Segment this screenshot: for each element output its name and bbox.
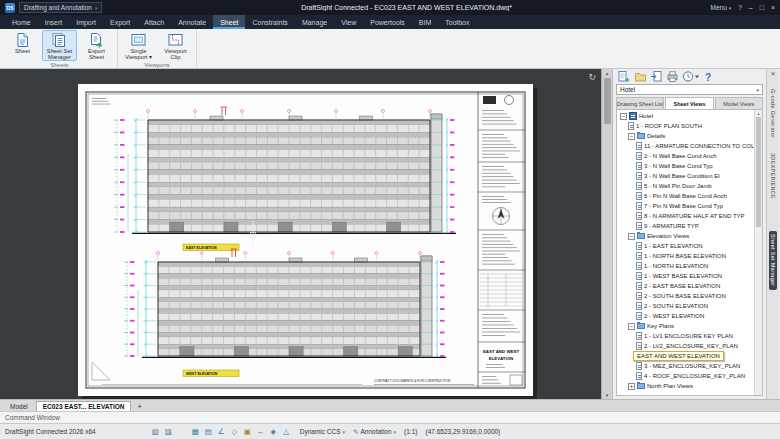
ccs-select[interactable]: Dynamic CCS▾ <box>300 428 345 435</box>
drawing-canvas[interactable]: EAST ELEVATIONWEST ELEVATIONEAST AND WES… <box>0 69 612 399</box>
grid-toggle[interactable]: ▤ <box>203 426 214 437</box>
tree-expander-icon[interactable]: − <box>628 133 635 140</box>
tab-model[interactable]: Model <box>4 402 34 411</box>
import-sheet-icon[interactable] <box>650 70 663 83</box>
ribbon-tab-import[interactable]: Import <box>69 15 103 29</box>
panel-tab-sheet-views[interactable]: Sheet Views <box>665 97 713 109</box>
help-button[interactable]: ? <box>738 4 742 11</box>
tree-item-north-plan-views[interactable]: +North Plan Views <box>617 381 762 391</box>
ribbon-tab-annotate[interactable]: Annotate <box>171 15 213 29</box>
tree-item-key-plans[interactable]: −Key Plans <box>617 321 762 331</box>
sheet-set-select[interactable]: Hotel ▾ <box>616 84 763 95</box>
tree-item-6-pin-n-wall-base-cond-anch[interactable]: 6 - Pin N Wall Base Cond Anch <box>617 191 762 201</box>
ribbon-tab-attach[interactable]: Attach <box>137 15 171 29</box>
tree-item-11-armature-connection-to-column[interactable]: 11 - ARMATURE CONNECTION TO COLUMN <box>617 141 762 151</box>
tree-item-1-west-base-elevation[interactable]: 1 - WEST BASE ELEVATION <box>617 271 762 281</box>
ribbon-tab-toolbox[interactable]: Toolbox <box>438 15 476 29</box>
tree-item-elevation-views[interactable]: −Elevation Views <box>617 231 762 241</box>
ribbon-button-sheet-set-manager[interactable]: Sheet Set Manager <box>42 30 77 61</box>
tree-item-details[interactable]: −Details <box>617 131 762 141</box>
tree-item-2-n-wall-base-cond-anch[interactable]: 2 - N Wall Base Cond Anch <box>617 151 762 161</box>
scrollbar-thumb[interactable] <box>604 78 611 124</box>
palette-close-icon[interactable]: ✕ <box>770 71 775 77</box>
tree-item-3-mez-enclosure-key-plan[interactable]: 3 - MEZ_ENCLOSURE_KEY_PLAN <box>617 361 762 371</box>
tree-expander-icon[interactable]: − <box>620 113 627 120</box>
tree-item-1-lv1-enclosure-key-plan[interactable]: 1 - LV1 ENCLOSURE KEY PLAN <box>617 331 762 341</box>
polar-toggle[interactable]: ◇ <box>229 426 240 437</box>
ribbon-tab-home[interactable]: Home <box>5 15 38 29</box>
ribbon-button-label: Viewport Clip <box>159 48 192 60</box>
restore-button[interactable]: □ <box>760 4 764 11</box>
panel-tab-drawing-sheet-list[interactable]: Drawing Sheet List <box>616 97 664 109</box>
tree-item-1-east-elevation[interactable]: 1 - EAST ELEVATION <box>617 241 762 251</box>
tree-item-2-lv2-enclosure-key-plan[interactable]: 2 - LV2_ENCLOSURE_KEY_PLAN <box>617 341 762 351</box>
side-tab-3dexperience[interactable]: 3DEXPERIENCE <box>769 150 777 202</box>
snap-toggle[interactable]: ▦ <box>190 426 201 437</box>
ribbon-button-label: Sheet <box>15 48 30 54</box>
tree-expander-icon[interactable]: − <box>628 233 635 240</box>
ribbon-tab-bim[interactable]: BIM <box>412 15 438 29</box>
workspace-selector[interactable]: Drafting and Annotation ▾ <box>19 2 102 13</box>
ribbon-tab-sheet[interactable]: Sheet <box>213 15 245 29</box>
display-shade-toggle[interactable]: ▧ <box>150 426 161 437</box>
tree-item-4-roof-enclosure-key-plan[interactable]: 4 - ROOF_ENCLOSURE_KEY_PLAN <box>617 371 762 381</box>
ribbon-button-export-sheet[interactable]: Export Sheet <box>79 30 114 61</box>
tree-item-5-n-wall-pin-door-jamb[interactable]: 5 - N Wall Pin Door Jamb <box>617 181 762 191</box>
panel-tab-model-views[interactable]: Model Views <box>715 97 763 109</box>
scroll-down-icon[interactable]: ▾ <box>606 392 609 398</box>
ribbon-button-sheet[interactable]: Sheet <box>5 30 40 61</box>
help-icon[interactable]: ? <box>703 70 713 83</box>
tree-item-hotel[interactable]: −Hotel <box>617 111 762 121</box>
ribbon-button-viewport-clip[interactable]: Viewport Clip <box>158 30 193 61</box>
tree-item-2-east-base-elevation[interactable]: 2 - EAST BASE ELEVATION <box>617 281 762 291</box>
close-button[interactable]: × <box>771 4 775 11</box>
tree-item-8-n-armature-half-at-end-typ[interactable]: 8 - N ARMATURE HALF AT END TYP <box>617 211 762 221</box>
minimize-button[interactable]: – <box>749 4 753 11</box>
tree-expander-icon[interactable]: + <box>628 383 635 390</box>
canvas-refresh-icon[interactable]: ↻ <box>588 72 596 82</box>
ribbon-tab-view[interactable]: View <box>334 15 363 29</box>
display-wire-toggle[interactable]: ▨ <box>163 426 174 437</box>
scroll-up-icon[interactable]: ▴ <box>757 111 759 116</box>
entity-snap-toggle[interactable]: ◈ <box>268 426 279 437</box>
ribbon-button-single-viewport[interactable]: Single Viewport ▾ <box>121 30 156 61</box>
ribbon-tab-constraints[interactable]: Constraints <box>245 15 294 29</box>
canvas-vertical-scrollbar[interactable]: ▴ ▾ <box>601 69 612 399</box>
side-tab-sheet-set-manager[interactable]: Sheet Set Manager <box>769 231 777 290</box>
annotation-scale-select[interactable]: ✎ Annotation▾ <box>353 428 396 436</box>
tree-item-label: 2 - EAST BASE ELEVATION <box>644 283 720 289</box>
sheet-icon <box>636 152 642 160</box>
command-window[interactable]: Command Window <box>0 411 780 423</box>
print-sheets-icon[interactable] <box>666 70 679 83</box>
menu-button[interactable]: Menu ▾ <box>711 4 732 11</box>
ribbon-tab-export[interactable]: Export <box>103 15 137 29</box>
tree-item-3-n-wall-base-condition-el[interactable]: 3 - N Wall Base Condition El <box>617 171 762 181</box>
scrollbar-thumb[interactable] <box>756 117 761 227</box>
tree-item-3-n-wall-base-cond-typ[interactable]: 3 - N Wall Base Cond Typ <box>617 161 762 171</box>
history-icon[interactable] <box>682 70 700 83</box>
tree-scrollbar[interactable]: ▴ <box>754 110 762 395</box>
add-layout-button[interactable]: + <box>133 402 145 411</box>
ribbon-tab-insert[interactable]: Insert <box>38 15 70 29</box>
esnap-toggle[interactable]: ▣ <box>242 426 253 437</box>
etrack-toggle[interactable]: ↔ <box>255 426 266 437</box>
dynamic-input-toggle[interactable]: △ <box>281 426 292 437</box>
panel-toolbar: ? <box>613 69 766 84</box>
new-sheet-set-icon[interactable] <box>617 70 631 83</box>
tree-item-2-south-elevation[interactable]: 2 - SOUTH ELEVATION <box>617 301 762 311</box>
ribbon-tab-powertools[interactable]: Powertools <box>363 15 412 29</box>
tab-layout-active[interactable]: EC023 EAST... ELEVATION <box>36 401 132 411</box>
tree-item-1-roof-plan-south[interactable]: 1 - ROOF PLAN SOUTH <box>617 121 762 131</box>
open-sheet-set-icon[interactable] <box>634 70 647 83</box>
tree-item-1-north-base-elevation[interactable]: 1 - NORTH BASE ELEVATION <box>617 251 762 261</box>
tree-item-2-south-base-elevation[interactable]: 2 - SOUTH BASE ELEVATION <box>617 291 762 301</box>
tree-expander-icon[interactable]: − <box>628 323 635 330</box>
ribbon-tab-manage[interactable]: Manage <box>295 15 334 29</box>
tree-item-7-pin-n-wall-base-cond-typ[interactable]: 7 - Pin N Wall Base Cond Typ <box>617 201 762 211</box>
tree-item-2-west-elevation[interactable]: 2 - WEST ELEVATION <box>617 311 762 321</box>
scroll-up-icon[interactable]: ▴ <box>606 70 609 76</box>
tree-item-9-armature-typ[interactable]: 9 - ARMATURE TYP. <box>617 221 762 231</box>
side-tab-g-code-generator[interactable]: G-code Generator <box>769 86 777 141</box>
tree-item-1-north-elevation[interactable]: 1 - NORTH ELEVATION <box>617 261 762 271</box>
ortho-toggle[interactable]: ∠ <box>216 426 227 437</box>
